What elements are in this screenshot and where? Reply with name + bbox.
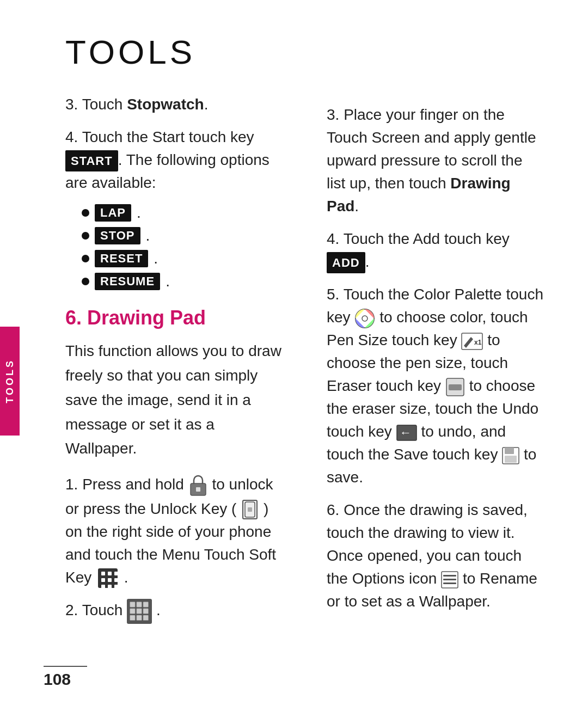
menu-dots-icon — [98, 568, 118, 588]
step-4-label: 4. Touch the Start touch key — [65, 128, 254, 145]
unlock-key-icon — [242, 500, 258, 519]
drawing-pad-description: This function allows you to draw freely … — [65, 339, 283, 461]
color-palette-icon — [354, 308, 375, 329]
options-icon — [441, 571, 458, 588]
bullet-dot-lap — [82, 209, 89, 217]
pen-size-icon: x1 — [461, 333, 483, 350]
step-2-touch: 2. Touch . — [65, 599, 283, 624]
page-divider — [44, 666, 87, 667]
step-1-post: . — [124, 569, 128, 586]
svg-rect-18 — [449, 384, 462, 390]
step-3-label: 3. Touch — [65, 96, 127, 113]
step-3-touch-stopwatch: 3. Touch Stopwatch. — [65, 93, 283, 116]
list-item-reset: RESET . — [82, 250, 283, 267]
step-4-start: 4. Touch the Start touch key START. The … — [65, 126, 283, 194]
main-content: TOOLS 3. Touch Stopwatch. 4. Touch the S… — [0, 0, 588, 705]
bullet-dot-reset — [82, 255, 89, 262]
eraser-icon — [445, 377, 465, 397]
svg-rect-11 — [137, 615, 142, 621]
list-item-resume: RESUME . — [82, 273, 283, 290]
right-step-4-post: . — [365, 253, 370, 270]
page: TOOLS TOOLS 3. Touch Stopwatch. 4. Touch… — [0, 0, 588, 705]
options-list: LAP . STOP . RESET . RESUME . — [82, 204, 283, 290]
svg-rect-8 — [137, 608, 142, 614]
right-step-4-pre: 4. Touch the Add touch key — [327, 230, 510, 247]
svg-rect-27 — [443, 583, 456, 584]
drawing-pad-icon — [127, 599, 152, 624]
lock-icon — [188, 474, 208, 498]
step-2-post: . — [156, 602, 161, 618]
svg-text:x1: x1 — [474, 339, 482, 346]
start-badge: START — [65, 150, 118, 171]
right-column: 3. Place your finger on the Touch Screen… — [305, 33, 544, 683]
svg-rect-1 — [196, 487, 200, 492]
svg-rect-22 — [505, 447, 514, 454]
step-1-pre: 1. Press and hold — [65, 476, 188, 493]
svg-point-14 — [362, 316, 367, 321]
stop-badge: STOP — [95, 227, 140, 244]
drawing-pad-heading: 6. Drawing Pad — [65, 306, 283, 329]
svg-rect-7 — [130, 608, 136, 614]
svg-rect-10 — [130, 615, 136, 621]
svg-rect-6 — [143, 602, 149, 607]
lap-badge: LAP — [95, 204, 131, 222]
svg-rect-25 — [443, 575, 456, 577]
svg-rect-3 — [248, 507, 252, 512]
svg-text:←: ← — [400, 426, 412, 439]
reset-badge: RESET — [95, 250, 148, 267]
svg-rect-9 — [143, 608, 149, 614]
svg-rect-4 — [130, 602, 136, 607]
step-2-pre: 2. Touch — [65, 602, 127, 618]
undo-icon: ← — [396, 425, 417, 441]
sidebar-tab-label: TOOLS — [4, 359, 16, 403]
list-item-stop: STOP . — [82, 227, 283, 244]
sidebar-tab: TOOLS — [0, 327, 20, 436]
right-step-6: 6. Once the drawing is saved, touch the … — [327, 499, 544, 613]
step-3-bold: Stopwatch — [127, 96, 204, 113]
svg-rect-12 — [143, 615, 149, 621]
page-number: 108 — [44, 670, 71, 689]
svg-rect-26 — [443, 579, 456, 580]
right-step-3: 3. Place your finger on the Touch Screen… — [327, 103, 544, 218]
page-title: TOOLS — [65, 33, 283, 71]
add-badge: ADD — [327, 252, 365, 273]
svg-rect-5 — [137, 602, 142, 607]
right-step-4: 4. Touch the Add touch key ADD. — [327, 228, 544, 273]
left-column: TOOLS 3. Touch Stopwatch. 4. Touch the S… — [44, 33, 305, 683]
bullet-dot-resume — [82, 278, 89, 285]
bullet-dot-stop — [82, 232, 89, 240]
step-1-press-hold: 1. Press and hold to unlock or press the… — [65, 473, 283, 589]
svg-rect-23 — [505, 456, 517, 463]
resume-badge: RESUME — [95, 273, 160, 290]
right-step-5: 5. Touch the Color Palette touch key to … — [327, 283, 544, 489]
save-icon — [502, 447, 519, 464]
list-item-lap: LAP . — [82, 204, 283, 222]
